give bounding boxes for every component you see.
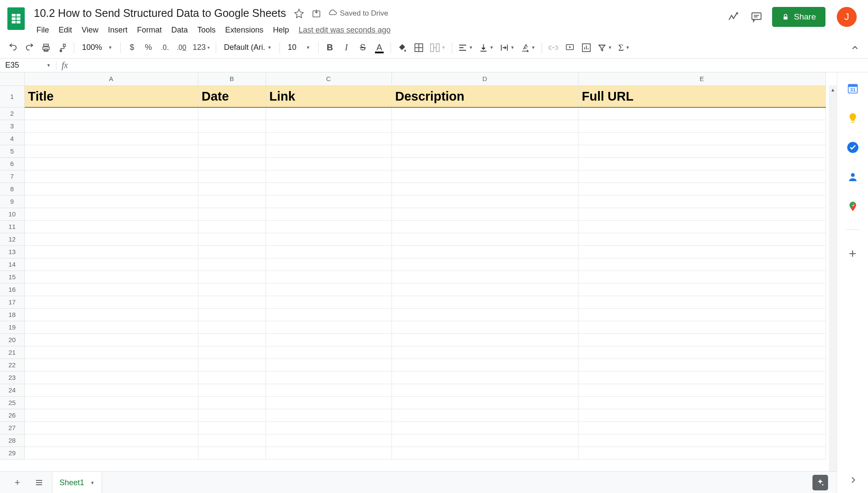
row-header-1[interactable]: 1: [0, 85, 24, 107]
cell[interactable]: [198, 409, 266, 421]
cell[interactable]: [198, 308, 266, 321]
cell[interactable]: [198, 396, 266, 409]
cell[interactable]: [578, 396, 825, 409]
cell[interactable]: [391, 283, 578, 296]
cell[interactable]: [24, 283, 198, 296]
row-header-10[interactable]: 10: [0, 208, 24, 220]
cell[interactable]: [391, 245, 578, 258]
increase-decimal-button[interactable]: .00: [174, 40, 189, 56]
decrease-decimal-button[interactable]: .0_: [157, 40, 173, 56]
row-header-12[interactable]: 12: [0, 233, 24, 245]
cell[interactable]: [578, 384, 825, 396]
last-edit-link[interactable]: Last edit was seconds ago: [294, 23, 395, 37]
cell[interactable]: [198, 421, 266, 434]
menu-help[interactable]: Help: [269, 23, 293, 37]
cell[interactable]: [391, 132, 578, 145]
cell[interactable]: [198, 208, 266, 220]
hide-sidepanel-button[interactable]: [849, 476, 858, 484]
cell[interactable]: [24, 308, 198, 321]
calendar-app-icon[interactable]: 31: [846, 82, 859, 95]
row-header-20[interactable]: 20: [0, 333, 24, 346]
cell[interactable]: [24, 132, 198, 145]
move-icon[interactable]: [310, 7, 322, 20]
text-rotation-button[interactable]: ▼: [518, 40, 538, 56]
cell[interactable]: [266, 245, 391, 258]
menu-file[interactable]: File: [32, 23, 53, 37]
add-addon-button[interactable]: +: [849, 246, 857, 261]
cell[interactable]: [24, 183, 198, 195]
cell[interactable]: [198, 245, 266, 258]
cell[interactable]: [578, 421, 825, 434]
cell[interactable]: [578, 283, 825, 296]
borders-button[interactable]: [411, 40, 427, 56]
cell[interactable]: [578, 107, 825, 120]
cell[interactable]: [24, 321, 198, 333]
collapse-toolbar-button[interactable]: [847, 40, 863, 56]
font-select[interactable]: Default (Ari...▼: [220, 43, 276, 52]
cell[interactable]: [24, 447, 198, 459]
cell[interactable]: [578, 170, 825, 183]
cell[interactable]: Link: [266, 85, 391, 107]
cell[interactable]: [266, 208, 391, 220]
cell[interactable]: [391, 359, 578, 371]
cell[interactable]: [24, 421, 198, 434]
cell[interactable]: [578, 371, 825, 384]
insert-link-button[interactable]: [546, 40, 561, 56]
cell[interactable]: [266, 421, 391, 434]
row-header-29[interactable]: 29: [0, 447, 24, 459]
cell[interactable]: [266, 120, 391, 132]
menu-edit[interactable]: Edit: [54, 23, 76, 37]
cell[interactable]: [24, 371, 198, 384]
cell[interactable]: [578, 220, 825, 233]
cell[interactable]: [578, 195, 825, 208]
row-header-14[interactable]: 14: [0, 258, 24, 271]
cell[interactable]: [578, 132, 825, 145]
cell[interactable]: [266, 195, 391, 208]
cell[interactable]: [198, 183, 266, 195]
cell[interactable]: [391, 170, 578, 183]
col-header-B[interactable]: B: [198, 72, 266, 85]
cell[interactable]: [198, 321, 266, 333]
save-status[interactable]: Saved to Drive: [328, 9, 388, 18]
cell[interactable]: [266, 283, 391, 296]
cell[interactable]: [266, 107, 391, 120]
cell[interactable]: [391, 409, 578, 421]
share-button[interactable]: Share: [772, 7, 825, 27]
cell[interactable]: [266, 296, 391, 308]
cell[interactable]: [198, 447, 266, 459]
cell[interactable]: [24, 434, 198, 447]
contacts-app-icon[interactable]: [846, 170, 859, 183]
cell[interactable]: [198, 170, 266, 183]
cell[interactable]: [198, 233, 266, 245]
cell[interactable]: [198, 120, 266, 132]
italic-button[interactable]: I: [339, 40, 354, 56]
functions-button[interactable]: Σ▼: [615, 40, 632, 56]
cell[interactable]: [266, 170, 391, 183]
filter-button[interactable]: ▼: [595, 40, 615, 56]
cell[interactable]: Description: [391, 85, 578, 107]
row-header-5[interactable]: 5: [0, 145, 24, 157]
cell[interactable]: [266, 434, 391, 447]
row-header-21[interactable]: 21: [0, 346, 24, 359]
fontsize-select[interactable]: 10▼: [283, 43, 315, 52]
star-icon[interactable]: [293, 7, 305, 20]
name-box[interactable]: E35▼: [0, 61, 56, 70]
paint-format-button[interactable]: [55, 40, 70, 56]
row-header-11[interactable]: 11: [0, 220, 24, 233]
row-header-27[interactable]: 27: [0, 421, 24, 434]
cell[interactable]: [198, 220, 266, 233]
cell[interactable]: [578, 296, 825, 308]
cell[interactable]: [266, 384, 391, 396]
cell[interactable]: [24, 271, 198, 283]
cell[interactable]: [578, 208, 825, 220]
menu-format[interactable]: Format: [133, 23, 166, 37]
cell[interactable]: [391, 384, 578, 396]
cell[interactable]: [266, 333, 391, 346]
menu-view[interactable]: View: [77, 23, 103, 37]
cell[interactable]: [391, 233, 578, 245]
maps-app-icon[interactable]: [846, 200, 859, 213]
cell[interactable]: [578, 409, 825, 421]
cell[interactable]: [578, 258, 825, 271]
cell[interactable]: [578, 145, 825, 157]
select-all-cell[interactable]: [0, 72, 24, 85]
